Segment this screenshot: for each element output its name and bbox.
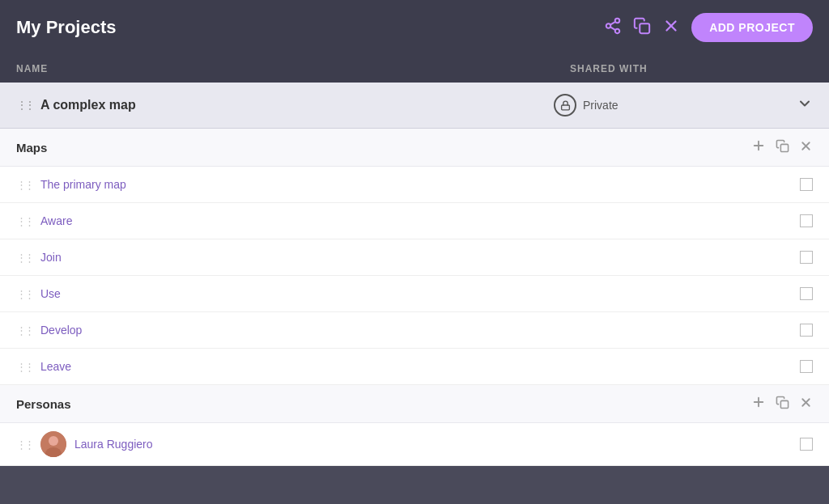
column-name-header: NAME [16,63,554,74]
persona-item: ⋮⋮ Laura Ruggiero [0,423,829,466]
app-header: My Projects ADD PROJECT [0,0,829,55]
project-drag-handle[interactable] [16,99,32,112]
persona-checkbox[interactable] [800,438,813,451]
map-checkbox[interactable] [800,324,813,337]
map-item: ⋮⋮ Develop [0,312,829,349]
map-drag-handle[interactable]: ⋮⋮ [16,215,32,227]
personas-section-actions [751,395,813,413]
lock-icon [554,94,576,116]
map-checkbox[interactable] [800,287,813,300]
map-item: ⋮⋮ Use [0,276,829,312]
svg-line-4 [610,21,615,24]
maps-section-actions [751,138,813,156]
map-item: ⋮⋮ Join [0,239,829,276]
map-drag-handle[interactable]: ⋮⋮ [16,324,32,337]
map-name[interactable]: Aware [40,214,800,227]
map-drag-handle[interactable]: ⋮⋮ [16,361,32,373]
map-name[interactable]: Leave [40,360,800,373]
page-title: My Projects [16,17,117,38]
private-label: Private [583,99,619,112]
svg-rect-11 [780,144,788,151]
maps-section-title: Maps [16,141,751,155]
svg-rect-8 [561,104,569,109]
svg-line-3 [610,27,615,30]
map-item: ⋮⋮ Leave [0,349,829,385]
map-drag-handle[interactable]: ⋮⋮ [16,252,32,264]
maps-add-icon[interactable] [751,138,766,156]
map-checkbox[interactable] [800,360,813,373]
column-shared-header: SHARED WITH [570,63,813,74]
map-drag-handle[interactable]: ⋮⋮ [16,179,32,191]
personas-close-icon[interactable] [799,396,813,413]
svg-rect-5 [640,23,649,33]
map-name[interactable]: The primary map [40,178,800,191]
personas-add-icon[interactable] [751,395,766,413]
svg-rect-16 [780,400,788,408]
map-item: ⋮⋮ Aware [0,203,829,239]
close-icon[interactable] [662,17,680,39]
maps-close-icon[interactable] [799,139,813,156]
project-expand-chevron[interactable] [797,95,813,116]
header-actions: ADD PROJECT [604,13,813,42]
map-drag-handle[interactable]: ⋮⋮ [16,288,32,300]
map-checkbox[interactable] [800,214,813,227]
svg-point-20 [49,436,58,446]
map-item: ⋮⋮ The primary map [0,167,829,203]
personas-section-title: Personas [16,397,751,411]
persona-name[interactable]: Laura Ruggiero [74,438,800,451]
add-project-button[interactable]: ADD PROJECT [691,13,813,42]
share-icon[interactable] [604,17,622,39]
table-header: NAME SHARED WITH [0,55,829,83]
map-checkbox[interactable] [800,251,813,264]
personas-copy-icon[interactable] [776,396,789,413]
copy-icon[interactable] [633,17,651,39]
project-shared-section: Private [554,94,797,116]
persona-drag-handle[interactable]: ⋮⋮ [16,438,32,451]
map-checkbox[interactable] [800,178,813,191]
project-row: A complex map Private [0,83,829,129]
avatar [40,431,66,457]
personas-section-header: Personas [0,385,829,423]
map-name[interactable]: Develop [40,324,800,337]
maps-section-header: Maps [0,129,829,167]
map-name[interactable]: Join [40,251,800,264]
maps-copy-icon[interactable] [776,139,789,156]
map-name[interactable]: Use [40,287,800,300]
projects-content: A complex map Private Maps [0,83,829,466]
project-name: A complex map [40,98,554,112]
